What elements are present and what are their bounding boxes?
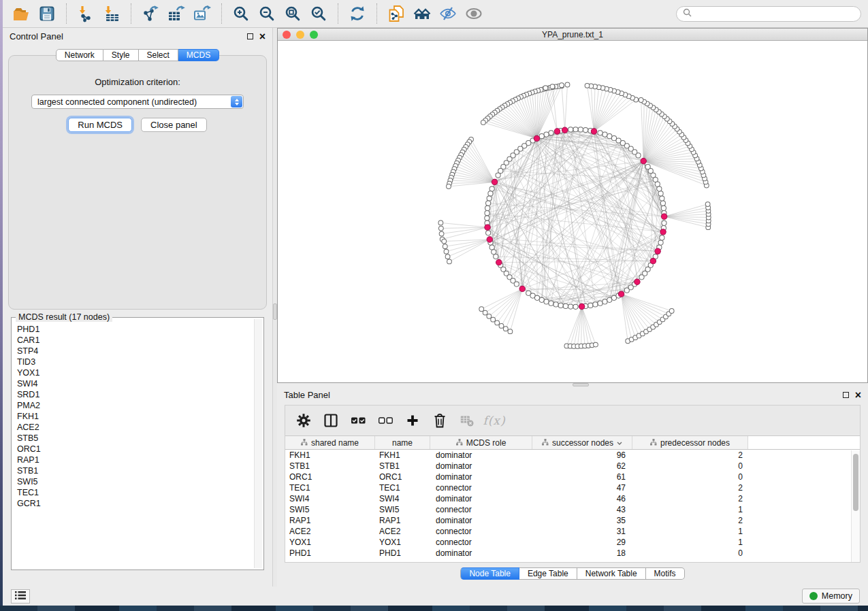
tab-edge-table[interactable]: Edge Table	[519, 567, 577, 580]
close-window-icon[interactable]	[283, 31, 291, 39]
table-row[interactable]: FKH1FKH1dominator962	[285, 450, 860, 461]
zoom-out-icon[interactable]	[255, 3, 278, 24]
apply-layout-icon[interactable]	[346, 3, 369, 24]
memory-button[interactable]: Memory	[802, 589, 860, 604]
table-row[interactable]: SWI4SWI4dominator462	[285, 493, 860, 504]
select-all-icon[interactable]	[349, 412, 367, 429]
table-row[interactable]: ACE2ACE2connector311	[285, 526, 860, 537]
column-header-name[interactable]: name	[375, 436, 430, 449]
splitter-handle[interactable]	[573, 383, 589, 386]
hide-graphics-eye-slash-icon[interactable]	[436, 3, 460, 24]
table-row[interactable]: TEC1TEC1connector472	[285, 482, 860, 493]
toolbar-separator	[376, 3, 377, 24]
deselect-all-icon[interactable]	[376, 412, 394, 429]
mcds-result-item[interactable]: YOX1	[17, 367, 253, 378]
column-header-predecessor-nodes[interactable]: predecessor nodes	[632, 436, 748, 449]
toolbar-separator	[338, 3, 338, 24]
create-column-icon[interactable]	[404, 412, 421, 429]
network-graph[interactable]	[278, 41, 867, 382]
scrollbar-thumb[interactable]	[853, 454, 858, 511]
memory-status-icon	[809, 592, 818, 600]
table-row[interactable]: YOX1YOX1connector291	[285, 537, 860, 548]
mcds-result-item[interactable]: STP4	[17, 346, 253, 357]
float-panel-icon[interactable]	[843, 392, 849, 398]
mcds-result-item[interactable]: ORC1	[17, 444, 253, 455]
zoom-selected-icon[interactable]	[307, 3, 330, 24]
mcds-result-item[interactable]: ACE2	[17, 422, 253, 433]
tab-node-table[interactable]: Node Table	[460, 567, 519, 580]
tab-style[interactable]: Style	[103, 49, 139, 61]
mcds-result-item[interactable]: PMA2	[17, 400, 253, 411]
mcds-result-list[interactable]: PHD1CAR1STP4TID3YOX1SWI4SRD1PMA2FKH1ACE2…	[13, 320, 253, 568]
open-file-icon[interactable]	[10, 3, 33, 24]
delete-column-icon[interactable]	[431, 412, 449, 429]
float-panel-icon[interactable]	[247, 33, 253, 39]
save-session-icon[interactable]	[35, 3, 59, 24]
tab-network[interactable]: Network	[56, 49, 103, 61]
search-box[interactable]	[676, 6, 861, 22]
zoom-fit-icon[interactable]	[281, 3, 304, 24]
mcds-result-item[interactable]: STB5	[17, 433, 253, 444]
table-panel-title: Table Panel	[284, 390, 330, 400]
mcds-result-item[interactable]: CAR1	[17, 335, 253, 346]
close-panel-icon[interactable]: ×	[855, 391, 861, 399]
optimization-criterion-dropdown[interactable]: largest connected component (undirected)	[31, 95, 244, 109]
mcds-result-item[interactable]: SRD1	[17, 389, 253, 400]
show-columns-icon[interactable]	[322, 412, 340, 429]
task-history-button[interactable]	[11, 589, 30, 604]
mcds-result-item[interactable]: SWI4	[17, 378, 253, 389]
network-canvas[interactable]	[278, 41, 867, 382]
mcds-result-item[interactable]: FKH1	[17, 411, 253, 422]
splitter-handle[interactable]	[273, 303, 277, 320]
column-header-successor-nodes[interactable]: successor nodes	[532, 436, 632, 449]
tab-mcds[interactable]: MCDS	[178, 49, 219, 61]
mcds-result-item[interactable]: RAP1	[17, 455, 253, 465]
table-row[interactable]: PHD1PHD1dominator180	[285, 548, 860, 559]
status-bar: Memory	[3, 587, 868, 606]
mcds-result-item[interactable]: GCR1	[17, 498, 253, 509]
mcds-result-item[interactable]: TID3	[17, 357, 253, 367]
run-mcds-button[interactable]: Run MCDS	[68, 118, 132, 132]
tab-select[interactable]: Select	[139, 49, 178, 61]
column-header-shared-name[interactable]: shared name	[285, 436, 375, 449]
mcds-list-scrollbar[interactable]	[254, 319, 262, 568]
close-panel-button[interactable]: Close panel	[141, 118, 207, 132]
show-graphics-eye-icon[interactable]	[462, 3, 485, 24]
clone-network-icon[interactable]	[385, 3, 408, 24]
table-body: FKH1FKH1dominator962STB1STB1dominator620…	[285, 450, 860, 559]
mcds-result-item[interactable]: STB1	[17, 465, 253, 476]
import-network-icon[interactable]	[74, 3, 97, 24]
screen: Control Panel × NetworkStyleSelectMCDS O…	[0, 0, 868, 611]
table-row[interactable]: SWI5SWI5connector431	[285, 504, 860, 515]
search-input[interactable]	[695, 9, 854, 18]
table-row[interactable]: STB1STB1dominator620	[285, 461, 860, 472]
tab-motifs[interactable]: Motifs	[646, 567, 685, 580]
hierarchy-icon	[456, 438, 463, 448]
table-header-row: shared namenameMCDS rolesuccessor nodesp…	[285, 436, 860, 450]
horizontal-splitter[interactable]	[277, 383, 868, 386]
mcds-result-item[interactable]: TEC1	[17, 487, 253, 498]
zoom-in-icon[interactable]	[229, 3, 253, 24]
table-row[interactable]: ORC1ORC1dominator610	[285, 472, 860, 482]
network-view-titlebar[interactable]: YPA_prune.txt_1	[278, 29, 867, 41]
export-image-icon[interactable]	[191, 3, 214, 24]
mcds-result-item[interactable]: PHD1	[17, 324, 253, 335]
vertical-splitter[interactable]	[272, 28, 277, 587]
mcds-result-group: MCDS result (17 nodes) PHD1CAR1STP4TID3Y…	[11, 317, 264, 570]
minimize-window-icon[interactable]	[296, 31, 304, 39]
export-network-icon[interactable]	[139, 3, 162, 24]
mcds-result-item[interactable]: SWI5	[17, 476, 253, 487]
toolbar-separator	[131, 3, 131, 24]
tab-network-table[interactable]: Network Table	[577, 567, 646, 580]
import-table-icon[interactable]	[100, 3, 123, 24]
nested-networks-icon[interactable]	[411, 3, 434, 24]
node-table[interactable]: shared namenameMCDS rolesuccessor nodesp…	[285, 435, 860, 562]
table-scrollbar[interactable]	[851, 450, 860, 562]
close-panel-icon[interactable]: ×	[259, 33, 266, 41]
table-options-gear-icon[interactable]	[295, 412, 312, 429]
table-row[interactable]: RAP1RAP1dominator352	[285, 515, 860, 526]
control-panel-tabs: NetworkStyleSelectMCDS	[3, 49, 272, 61]
export-table-icon[interactable]	[165, 3, 188, 24]
maximize-window-icon[interactable]	[310, 31, 318, 39]
column-header-mcds-role[interactable]: MCDS role	[430, 436, 532, 449]
